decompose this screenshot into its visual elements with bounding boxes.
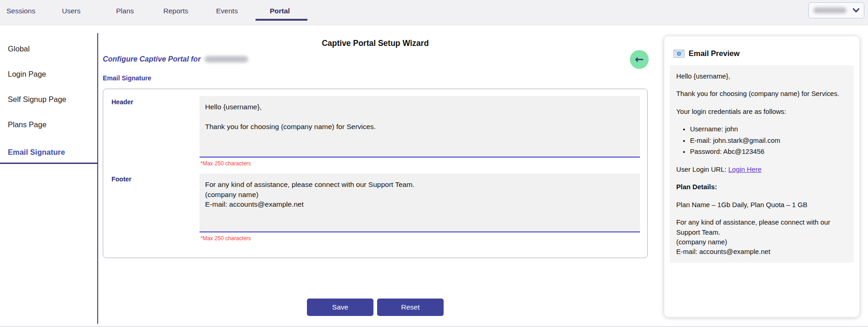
back-button[interactable]: ←	[630, 50, 649, 69]
back-arrow-icon: ←	[635, 54, 644, 65]
login-here-link[interactable]: Login Here	[729, 166, 762, 173]
preview-greeting: Hello {username},	[676, 72, 847, 81]
reset-button[interactable]: Reset	[377, 299, 444, 316]
sidebar-item-login-page[interactable]: Login Page	[8, 70, 106, 79]
support-email-line: E-mail: accounts@example.net	[676, 247, 847, 257]
credentials-list: Username: john E-mail: john.stark@gmail.…	[676, 124, 847, 157]
sidebar-item-self-signup-page[interactable]: Self Signup Page	[8, 95, 106, 104]
footer-max-chars-note: *Max 250 characters	[200, 235, 251, 242]
credential-username: Username: john	[690, 124, 847, 134]
top-navbar: Sessions Users Plans Reports Events Port…	[0, 0, 868, 26]
nav-tab-sessions[interactable]: Sessions	[6, 7, 35, 15]
email-preview-panel: Email Preview Hello {username}, Thank yo…	[664, 36, 860, 317]
support-line: For any kind of assistance, please conne…	[676, 218, 847, 237]
credential-email: E-mail: john.stark@gmail.com	[690, 136, 847, 146]
email-preview-header: Email Preview	[673, 49, 854, 58]
active-tab-indicator	[256, 19, 307, 21]
sidebar-divider	[97, 33, 98, 324]
nav-tab-portal[interactable]: Portal	[270, 7, 290, 15]
account-selector-dropdown[interactable]	[808, 2, 864, 18]
company-line: (company name)	[676, 237, 847, 247]
chevron-down-icon	[853, 8, 859, 12]
header-field-label: Header	[111, 98, 133, 106]
sidebar-item-email-signature[interactable]: Email Signature	[8, 148, 106, 157]
footer-field-label: Footer	[111, 175, 132, 183]
email-preview-title: Email Preview	[689, 49, 740, 58]
configure-subtitle-text: Configure Captive Portal for	[103, 55, 200, 63]
email-icon	[673, 50, 684, 58]
header-textarea[interactable]	[200, 96, 640, 158]
login-url-line: User Login URL: Login Here	[676, 165, 847, 175]
nav-tab-users[interactable]: Users	[62, 7, 80, 15]
sidebar-item-global[interactable]: Global	[8, 45, 106, 53]
nav-tab-events[interactable]: Events	[216, 7, 238, 15]
plan-line: Plan Name – 1Gb Daily, Plan Quota – 1 GB	[676, 200, 847, 210]
plan-details-label: Plan Details:	[676, 182, 847, 192]
sidebar-active-underline	[0, 163, 98, 164]
nav-tab-plans[interactable]: Plans	[116, 7, 134, 15]
redacted-portal-name	[205, 56, 248, 62]
preview-thanks-line: Thank you for choosing (company name) fo…	[676, 89, 847, 99]
credential-password: Password: Abc@123456	[690, 147, 847, 157]
form-actions: Save Reset	[103, 299, 648, 316]
nav-tab-reports[interactable]: Reports	[163, 7, 188, 15]
footer-textarea[interactable]	[200, 174, 640, 232]
redacted-account-name	[813, 7, 846, 13]
login-url-label: User Login URL:	[676, 166, 729, 173]
email-preview-body: Hello {username}, Thank you for choosing…	[670, 65, 854, 263]
configure-subtitle: Configure Captive Portal for	[103, 55, 248, 63]
header-max-chars-note: *Max 250 characters	[200, 160, 251, 167]
save-button[interactable]: Save	[307, 299, 373, 316]
support-block: For any kind of assistance, please conne…	[676, 218, 847, 257]
preview-credentials-line: Your login credentials are as follows:	[676, 107, 847, 117]
captive-portal-app: Sessions Users Plans Reports Events Port…	[0, 0, 868, 327]
email-signature-form: Header *Max 250 characters Footer *Max 2…	[103, 89, 648, 258]
page-title: Captive Portal Setup Wizard	[103, 39, 648, 48]
sidebar-item-plans-page[interactable]: Plans Page	[8, 120, 106, 129]
email-signature-section-label: Email Signature	[103, 74, 151, 82]
